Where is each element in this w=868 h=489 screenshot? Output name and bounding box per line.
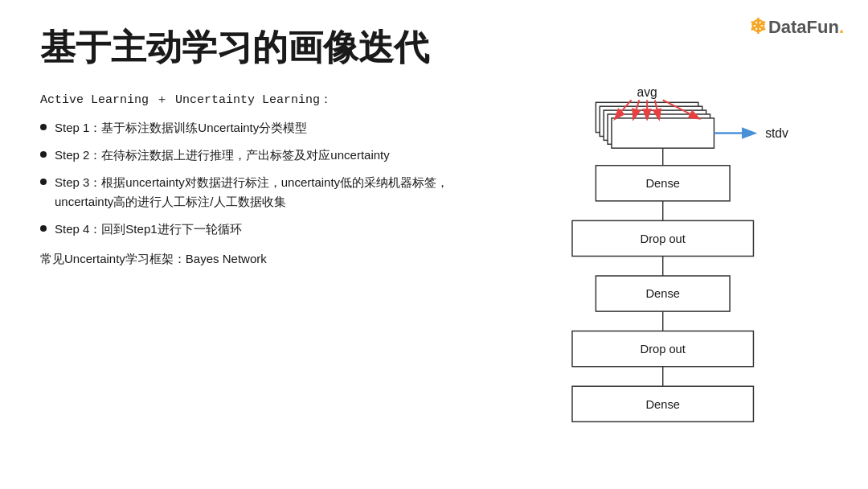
svg-text:Drop out: Drop out [641, 232, 686, 245]
svg-text:Drop out: Drop out [641, 343, 686, 355]
page-title: 基于主动学习的画像迭代 [40, 24, 828, 72]
svg-text:Dense: Dense [645, 398, 679, 411]
content-area: Active Learning ＋ Uncertainty Learning： … [40, 88, 828, 456]
bullet-text: Step 2：在待标注数据上进行推理，产出标签及对应uncertainty [55, 146, 474, 165]
svg-text:Dense: Dense [645, 177, 679, 190]
footer-note: 常见Uncertainty学习框架：Bayes Network [40, 252, 474, 267]
bullet-text: Step 4：回到Step1进行下一轮循环 [55, 220, 474, 239]
list-item: Step 4：回到Step1进行下一轮循环 [40, 220, 474, 239]
bullet-text: Step 3：根据uncertainty对数据进行标注，uncertainty低… [55, 173, 474, 212]
slide: ❄ DataFun . 基于主动学习的画像迭代 Active Learning … [0, 0, 868, 489]
svg-rect-4 [612, 118, 714, 148]
stdv-label: stdv [765, 126, 788, 140]
logo: ❄ DataFun . [749, 14, 844, 39]
logo-icon: ❄ [749, 14, 767, 39]
bullet-dot [40, 124, 47, 130]
bullet-dot [40, 151, 47, 158]
logo-text: DataFun [768, 17, 839, 38]
bullet-list: Step 1：基于标注数据训练Uncertainty分类模型 Step 2：在待… [40, 118, 474, 239]
list-item: Step 1：基于标注数据训练Uncertainty分类模型 [40, 118, 474, 138]
list-item: Step 3：根据uncertainty对数据进行标注，uncertainty低… [40, 173, 474, 212]
diagram-svg: avg [490, 75, 812, 477]
intro-line: Active Learning ＋ Uncertainty Learning： [40, 92, 474, 107]
left-content: Active Learning ＋ Uncertainty Learning： … [40, 88, 474, 456]
list-item: Step 2：在待标注数据上进行推理，产出标签及对应uncertainty [40, 146, 474, 165]
bullet-text: Step 1：基于标注数据训练Uncertainty分类模型 [55, 118, 474, 138]
svg-text:Dense: Dense [645, 287, 679, 300]
bullet-dot [40, 179, 47, 185]
right-diagram: avg [474, 88, 828, 456]
avg-label: avg [637, 85, 657, 99]
logo-dot: . [839, 17, 844, 38]
bullet-dot [40, 225, 47, 232]
